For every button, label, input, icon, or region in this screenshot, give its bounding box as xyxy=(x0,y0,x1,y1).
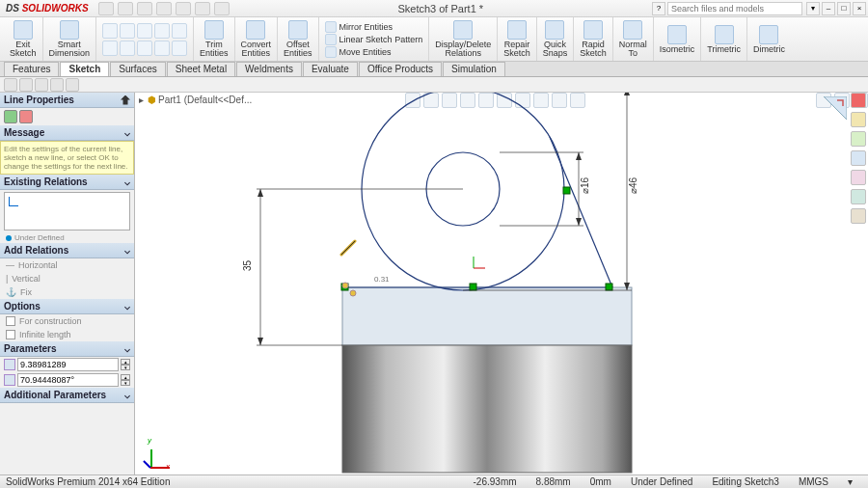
fillet-tool[interactable] xyxy=(154,41,170,56)
existing-relations-header[interactable]: Existing Relations⌵ xyxy=(0,175,134,190)
point-tool[interactable] xyxy=(172,41,187,56)
tab-sheetmetal[interactable]: Sheet Metal xyxy=(167,62,235,76)
add-relations-header[interactable]: Add Relations⌵ xyxy=(0,243,134,258)
linear-pattern-button[interactable]: Linear Sketch Pattern xyxy=(325,34,423,45)
tab-features[interactable]: Features xyxy=(4,62,59,76)
circle-tool[interactable] xyxy=(137,23,152,39)
task-custom-icon[interactable] xyxy=(851,208,866,224)
dimension-dia16[interactable]: ⌀16 xyxy=(500,152,590,226)
dimetric-button[interactable]: Dimetric xyxy=(747,17,791,61)
help-icon[interactable]: ? xyxy=(652,2,665,15)
quick-snaps-button[interactable]: Quick Snaps xyxy=(537,17,575,61)
relation-handle[interactable] xyxy=(606,284,612,290)
status-units[interactable]: MMGS xyxy=(789,476,838,487)
task-resources-icon[interactable] xyxy=(851,112,866,127)
sketch-origin xyxy=(474,257,485,268)
search-dropdown[interactable]: ▾ xyxy=(806,2,820,15)
rapid-icon xyxy=(583,20,603,40)
convert-entities-button[interactable]: Convert Entities xyxy=(235,17,279,61)
tab-office[interactable]: Office Products xyxy=(359,62,442,76)
svg-marker-8 xyxy=(258,338,263,345)
relations-list[interactable] xyxy=(4,192,130,230)
parameters-header[interactable]: Parameters⌵ xyxy=(0,341,134,357)
additional-params-header[interactable]: Additional Parameters⌵ xyxy=(0,388,134,403)
tab-simulation[interactable]: Simulation xyxy=(443,62,505,76)
line-tool[interactable] xyxy=(102,23,118,39)
ok-button[interactable] xyxy=(4,110,17,123)
spin-down[interactable]: ▾ xyxy=(121,380,130,386)
sketch-canvas[interactable]: 35 ⌀16 ⌀46 0.31 xyxy=(135,93,868,474)
status-extra-icon[interactable]: ▾ xyxy=(838,476,862,487)
spin-down[interactable]: ▾ xyxy=(121,365,130,370)
rapid-sketch-button[interactable]: Rapid Sketch xyxy=(574,17,613,61)
qat-rebuild[interactable] xyxy=(195,2,210,15)
cancel-button[interactable] xyxy=(19,110,33,123)
display-mgr-icon[interactable] xyxy=(66,78,79,92)
feature-tree-icon[interactable] xyxy=(4,78,17,92)
offset-entities-button[interactable]: Offset Entities xyxy=(278,17,319,61)
qat-options[interactable] xyxy=(214,2,230,15)
add-vertical[interactable]: | Vertical xyxy=(0,272,134,285)
for-construction-option[interactable]: For construction xyxy=(0,314,134,328)
rect-tool[interactable] xyxy=(120,23,135,39)
smart-dimension-button[interactable]: Smart Dimension xyxy=(43,17,97,61)
options-header[interactable]: Options⌵ xyxy=(0,299,134,314)
tab-surfaces[interactable]: Surfaces xyxy=(110,62,165,76)
task-library-icon[interactable] xyxy=(851,131,866,147)
graphics-area[interactable]: ▸ ⬢Part1 (Default<<Def... xyxy=(135,93,868,474)
config-mgr-icon[interactable] xyxy=(35,78,48,92)
qat-undo[interactable] xyxy=(176,2,191,15)
length-input[interactable] xyxy=(17,358,119,371)
add-horizontal[interactable]: — Horizontal xyxy=(0,258,134,272)
sketch-circle-outer[interactable] xyxy=(362,93,564,290)
tab-evaluate[interactable]: Evaluate xyxy=(303,62,358,76)
normal-to-button[interactable]: Normal To xyxy=(613,17,654,61)
task-close-icon[interactable] xyxy=(851,93,866,108)
repair-sketch-button[interactable]: Repair Sketch xyxy=(498,17,537,61)
endpoint-handle[interactable] xyxy=(342,283,348,288)
angle-input[interactable] xyxy=(17,373,119,387)
arc-tool[interactable] xyxy=(154,23,170,39)
relation-handle[interactable] xyxy=(470,284,476,290)
slot-tool[interactable] xyxy=(137,41,152,56)
dim-mgr-icon[interactable] xyxy=(50,78,64,92)
qat-print[interactable] xyxy=(156,2,172,15)
snap-icon xyxy=(545,20,564,40)
search-input[interactable] xyxy=(667,2,802,15)
move-entities-button[interactable]: Move Entities xyxy=(325,46,423,58)
property-mgr-icon[interactable] xyxy=(19,78,33,92)
spline-tool[interactable] xyxy=(172,23,187,39)
checkbox-icon[interactable] xyxy=(6,316,15,326)
qat-save[interactable] xyxy=(137,2,152,15)
tab-weldments[interactable]: Weldments xyxy=(236,62,302,76)
quick-access-toolbar xyxy=(95,2,230,15)
window-minimize[interactable]: – xyxy=(822,2,835,15)
task-explorer-icon[interactable] xyxy=(851,150,866,166)
mirror-entities-button[interactable]: Mirror Entities xyxy=(325,21,423,33)
relation-handle[interactable] xyxy=(563,187,570,194)
status-y: 8.88mm xyxy=(527,476,581,487)
task-appearance-icon[interactable] xyxy=(851,189,866,204)
pin-icon[interactable] xyxy=(121,95,130,105)
qat-new[interactable] xyxy=(98,2,114,15)
task-view-icon[interactable] xyxy=(851,170,866,185)
infinite-length-option[interactable]: Infinite length xyxy=(0,328,134,341)
confirm-corner[interactable] xyxy=(824,96,847,120)
checkbox-icon[interactable] xyxy=(6,330,15,339)
window-maximize[interactable]: □ xyxy=(837,2,851,15)
message-header[interactable]: Message⌵ xyxy=(0,125,134,141)
repair-icon xyxy=(507,20,527,40)
polygon-tool[interactable] xyxy=(102,41,118,56)
ellipse-tool[interactable] xyxy=(120,41,135,56)
dimension-dia46[interactable]: ⌀46 xyxy=(463,93,638,290)
qat-open[interactable] xyxy=(118,2,133,15)
add-fix[interactable]: ⚓ Fix xyxy=(0,285,134,299)
window-close[interactable]: × xyxy=(853,2,866,15)
tab-sketch[interactable]: Sketch xyxy=(60,62,109,76)
isometric-button[interactable]: Isometric xyxy=(654,17,702,61)
trim-entities-button[interactable]: Trim Entities xyxy=(194,17,235,61)
exit-sketch-button[interactable]: Exit Sketch xyxy=(4,17,43,61)
display-relations-button[interactable]: Display/Delete Relations xyxy=(429,17,498,61)
trimetric-button[interactable]: Trimetric xyxy=(701,17,747,61)
endpoint-handle[interactable] xyxy=(350,290,356,296)
